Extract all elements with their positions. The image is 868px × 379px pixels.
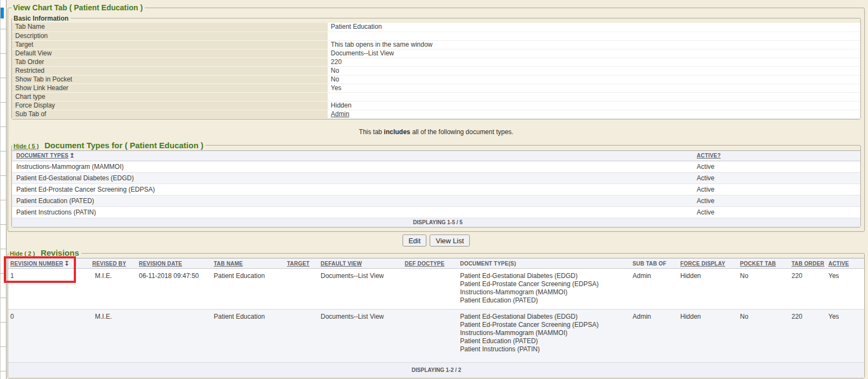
revision-number-cell: 0 — [8, 309, 90, 363]
hide-revisions-link[interactable]: Hide ( 2 ) — [10, 250, 35, 257]
sub-tab-of-cell: Admin — [630, 309, 678, 363]
sort-document-types[interactable]: DOCUMENT TYPES — [16, 153, 68, 159]
field-value: This tab opens in the same window — [328, 40, 860, 49]
table-row: Default View Documents--List View — [12, 49, 860, 58]
revision-row: 0 M.I.E. Patient Education Documents--Li… — [8, 309, 864, 363]
field-label: Chart type — [12, 92, 328, 101]
default-view-cell: Documents--List View — [318, 309, 402, 363]
active-tab-indicator — [1, 8, 4, 18]
table-footer-row: DISPLAYING 1-2 / 2 — [8, 363, 864, 378]
paging-status: DISPLAYING 1-5 / 5 — [12, 218, 860, 227]
def-doctype-cell — [402, 269, 457, 309]
document-types-title: Document Types for ( Patient Education ) — [44, 141, 203, 150]
document-type-cell: Patient Ed-Gestational Diabetes (EDGD) — [12, 172, 692, 184]
page-title-text: View Chart Tab ( Patient Education ) — [13, 3, 143, 12]
page-content: View Chart Tab ( Patient Education ) Bas… — [7, 0, 868, 379]
document-type-cell: Patient Ed-Prostate Cancer Screening (ED… — [12, 184, 692, 195]
field-value: 220 — [328, 58, 860, 66]
sort-pocket-tab[interactable]: POCKET TAB — [740, 261, 776, 267]
field-value: Yes — [328, 84, 860, 92]
document-types-legend: Hide ( 5 ) Document Types for ( Patient … — [12, 141, 206, 150]
tab-order-cell: 220 — [789, 269, 826, 309]
column-tab-order: TAB ORDER — [789, 258, 826, 269]
table-row: Patient Ed-Gestational Diabetes (EDGD) A… — [12, 172, 860, 184]
table-row: Restricted No — [12, 66, 860, 75]
sort-active[interactable]: ACTIVE? — [697, 153, 720, 159]
column-default-view: DEFAULT VIEW — [318, 258, 402, 269]
active-cell: Yes — [826, 309, 864, 363]
sort-tab-name[interactable]: TAB NAME — [214, 261, 243, 267]
includes-note: This tab includes all of the following d… — [11, 128, 861, 136]
field-label: Default View — [12, 49, 328, 58]
sub-tab-of-cell: Admin — [630, 269, 678, 309]
column-revision-date: REVISION DATE — [136, 258, 211, 269]
sort-revision-number[interactable]: REVISION NUMBER — [10, 261, 63, 267]
action-buttons: Edit View List — [8, 235, 865, 247]
field-label: Force Display — [12, 101, 328, 110]
sort-force-display[interactable]: FORCE DISPLAY — [680, 261, 725, 267]
field-value: No — [328, 66, 860, 75]
revised-by-cell: M.I.E. — [90, 309, 136, 363]
revision-number-cell: 1 — [8, 269, 90, 309]
tab-order-cell: 220 — [789, 309, 826, 363]
field-value: Admin — [328, 110, 860, 118]
hide-document-types-link[interactable]: Hide ( 5 ) — [14, 143, 39, 149]
revisions-title: Revisions — [41, 248, 79, 257]
revised-by-cell: M.I.E. — [90, 269, 136, 309]
sort-revision-date[interactable]: REVISION DATE — [139, 261, 182, 267]
column-def-doctype: DEF DOCTYPE — [402, 258, 457, 269]
active-cell: Active — [692, 206, 860, 218]
revisions-table: REVISION NUMBER↧ REVISED BY REVISION DAT… — [8, 258, 864, 378]
paging-status: DISPLAYING 1-2 / 2 — [8, 363, 864, 378]
tab-name-cell: Patient Education — [211, 309, 284, 363]
def-doctype-cell — [402, 309, 457, 363]
force-display-cell: Hidden — [678, 269, 737, 309]
default-view-cell: Documents--List View — [318, 269, 402, 309]
sort-revised-by[interactable]: REVISED BY — [92, 261, 126, 267]
table-header-row: DOCUMENT TYPES↥ ACTIVE? — [12, 150, 860, 161]
edit-button[interactable]: Edit — [403, 235, 426, 247]
view-list-button[interactable]: View List — [430, 235, 470, 247]
document-type-cell: Patient Instructions (PATIN) — [12, 206, 692, 218]
table-row: Instructions-Mammogram (MAMMOI) Active — [12, 161, 860, 172]
revisions-table-wrap: REVISION NUMBER↧ REVISED BY REVISION DAT… — [8, 258, 864, 378]
table-footer-row: DISPLAYING 1-5 / 5 — [12, 218, 860, 227]
sort-active[interactable]: ACTIVE — [828, 261, 849, 267]
sort-def-doctype[interactable]: DEF DOCTYPE — [405, 261, 444, 267]
revisions-section: Hide ( 2 ) Revisions REVISION NUMBER↧ RE… — [8, 248, 865, 378]
active-cell: Yes — [826, 269, 864, 309]
document-types-table: DOCUMENT TYPES↥ ACTIVE? Instructions-Mam… — [12, 150, 860, 228]
column-target: TARGET — [284, 258, 318, 269]
revision-row: 1 M.I.E. 06-11-2018 09:47:50 Patient Edu… — [8, 269, 864, 309]
column-pocket-tab: POCKET TAB — [737, 258, 789, 269]
field-value: Hidden — [328, 101, 860, 110]
sub-tab-of-link[interactable]: Admin — [331, 110, 349, 118]
revisions-legend: Hide ( 2 ) Revisions — [9, 248, 81, 258]
sort-desc-icon: ↧ — [64, 260, 69, 267]
field-value — [328, 92, 860, 101]
document-types-section: Hide ( 5 ) Document Types for ( Patient … — [11, 141, 861, 228]
field-value — [328, 31, 860, 40]
sort-default-view[interactable]: DEFAULT VIEW — [321, 261, 362, 267]
table-row: Sub Tab of Admin — [12, 110, 860, 118]
view-chart-tab-section: View Chart Tab ( Patient Education ) Bas… — [8, 3, 865, 232]
column-revision-number: REVISION NUMBER↧ — [8, 258, 90, 269]
sort-target[interactable]: TARGET — [287, 261, 310, 267]
column-active: ACTIVE? — [692, 150, 860, 161]
pocket-tab-cell: No — [737, 309, 789, 363]
revision-date-cell: 06-11-2018 09:47:50 — [136, 269, 211, 309]
page-title: View Chart Tab ( Patient Education ) — [12, 3, 145, 12]
target-cell — [284, 269, 318, 309]
field-label: Sub Tab of — [12, 110, 328, 118]
table-row: Tab Name Patient Education — [12, 23, 860, 31]
basic-information-section: Basic Information Tab Name Patient Educa… — [11, 13, 861, 119]
sort-tab-order[interactable]: TAB ORDER — [792, 261, 825, 267]
table-row: Show Link Header Yes — [12, 84, 860, 92]
active-cell: Active — [692, 195, 860, 206]
left-panel-edge — [0, 0, 7, 379]
table-row: Chart type — [12, 92, 860, 101]
column-force-display: FORCE DISPLAY — [678, 258, 737, 269]
field-label: Description — [12, 31, 328, 40]
table-row: Show Tab in Pocket No — [12, 75, 860, 84]
basic-information-legend: Basic Information — [12, 13, 71, 23]
